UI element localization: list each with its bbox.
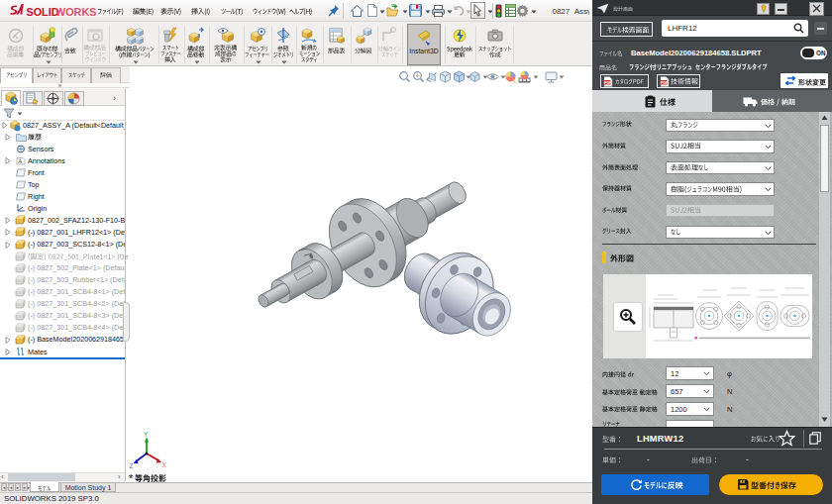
svg-text:PDF: PDF	[661, 80, 669, 84]
svg-text:X: X	[162, 461, 167, 468]
svg-text:PDF: PDF	[604, 80, 612, 84]
svg-text:Y: Y	[144, 432, 149, 438]
svg-text:SOLID: SOLID	[27, 6, 59, 18]
svg-text:A: A	[18, 158, 22, 164]
svg-text:Z: Z	[130, 462, 134, 469]
svg-text:WORKS: WORKS	[55, 6, 96, 18]
